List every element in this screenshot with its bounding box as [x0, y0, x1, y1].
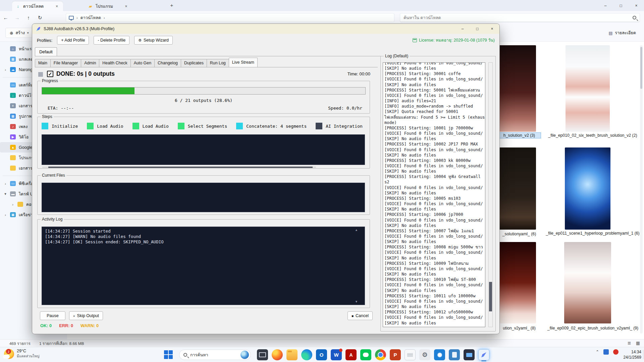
file-thumbnail[interactable] [566, 45, 610, 132]
file-item[interactable]: ution_v2yaml_ (8) [496, 325, 542, 331]
dialog-minimize-button[interactable]: – [455, 24, 470, 34]
notebook-tab[interactable]: Duplicates [181, 59, 207, 67]
breadcrumb[interactable]: › ดาวน์โหลด › [66, 13, 394, 22]
taskbar-notepad-icon[interactable] [405, 349, 416, 360]
file-item[interactable]: _solutionyaml_ (6) [496, 231, 542, 237]
taskbar-settings-icon[interactable]: ⚙ [419, 349, 430, 360]
scrollbar-thumb[interactable] [48, 167, 313, 168]
tray-chevron-up-icon[interactable]: ⌃ [596, 350, 599, 354]
taskbar-firefox-icon[interactable] [272, 349, 283, 360]
file-thumbnail[interactable] [565, 147, 610, 230]
activity-log-console[interactable]: [14:34:27] Session started[14:34:27] [WA… [42, 227, 365, 305]
file-item[interactable]: _file_ep011_scene1_hyperloop_problemyaml… [544, 231, 641, 236]
refresh-icon[interactable]: ↻ [34, 15, 46, 21]
tray-app-icon[interactable] [603, 349, 609, 355]
thumbnail-view-icon[interactable]: ▦ [636, 341, 640, 346]
forward-icon[interactable]: → [11, 15, 23, 20]
notebook-tab[interactable]: Auto Gen [130, 59, 155, 67]
taskbar-sj88-autobatch-icon[interactable] [478, 349, 489, 360]
scroll-down-icon[interactable]: ▼ [355, 300, 358, 303]
delete-profile-button[interactable]: - Delete Profile [94, 36, 129, 45]
taskbar-clock[interactable]: 14:34 24/1/2569 [624, 349, 641, 360]
log-output[interactable]: [VOICE] Found 0 files in vdo_long_sound/… [383, 62, 485, 327]
time-readout: Time: 00:00 [347, 71, 370, 76]
scrollbar-thumb[interactable] [640, 47, 642, 89]
taskbar-device-icon[interactable] [257, 349, 268, 360]
stop-indicator-icon[interactable] [38, 72, 43, 77]
scroll-up-icon[interactable]: ▲ [355, 228, 358, 232]
dialog-title-bar[interactable]: SJ88 AutoBatch v26.5.3 (Multi-Profile) –… [32, 24, 499, 34]
cancel-button[interactable]: ■ Cancel [347, 311, 373, 320]
taskbar-chrome-icon[interactable] [375, 349, 386, 360]
skip-output-button[interactable]: » Skip Output [69, 311, 103, 320]
taskbar-outlook-icon[interactable]: O [316, 349, 327, 360]
start-button[interactable] [164, 350, 173, 359]
notebook-tab[interactable]: Live Stream [229, 58, 258, 67]
notebook-tab[interactable]: Run Log [207, 59, 229, 67]
taskbar-word-icon[interactable]: W [331, 349, 342, 360]
taskbar-monitor-icon[interactable] [464, 349, 475, 360]
taskbar-file-explorer-icon[interactable] [286, 349, 298, 360]
explorer-search-input[interactable]: ค้นหาใน ดาวน์โหลด [400, 13, 640, 22]
notebook-tab[interactable]: Changelog [154, 59, 181, 67]
chevron-icon[interactable]: › [11, 202, 15, 206]
explorer-tab-programs[interactable]: ▰ โปรแกรม × [85, 1, 132, 11]
notebook-tab[interactable]: File Manager [50, 59, 81, 67]
chevron-icon[interactable]: › [3, 68, 7, 72]
breadcrumb-downloads[interactable]: ดาวน์โหลด [80, 14, 101, 21]
close-tab-icon[interactable]: × [54, 3, 60, 9]
log-line: [INFO] audio_mode=random -> shuffled [384, 104, 484, 109]
list-view-icon[interactable]: ≣ [628, 341, 631, 346]
log-line: [SKIP] No audio files [384, 255, 484, 261]
taskbar-search-input[interactable]: การค้นหา [179, 350, 251, 360]
file-thumbnail[interactable] [564, 242, 611, 323]
details-button[interactable]: ▤ รายละเอียด [605, 28, 639, 38]
pause-button[interactable]: Pause [40, 311, 65, 320]
done-checkbox[interactable]: ✓ [47, 71, 53, 77]
explorer-maximize-button[interactable]: □ [613, 0, 629, 11]
profile-tab-default[interactable]: Default [35, 47, 57, 56]
taskbar-photos-icon[interactable] [434, 349, 445, 360]
file-item[interactable]: _file_ep009_02_epic_brush_solution_v2yam… [543, 325, 642, 331]
step-status-swatch [236, 123, 243, 129]
file-item-selected[interactable]: h_solution_v2 (3) [498, 133, 541, 138]
taskbar-acrobat-icon[interactable]: A [345, 349, 357, 360]
sidebar-item-icon: ♪ [10, 124, 16, 129]
steps-horizontal-scrollbar[interactable] [42, 167, 316, 168]
sidebar-item-icon: ▭ [10, 82, 16, 87]
taskbar-powerpoint-icon[interactable]: P [390, 349, 401, 360]
explorer-close-button[interactable]: × [629, 0, 644, 11]
chevron-icon[interactable]: ▾ [3, 192, 7, 196]
notebook-tab[interactable]: Admin [81, 59, 99, 67]
log-line: [PROCESS] Starting: 50001 ไฟเหลี่ยมแต่งส… [384, 87, 484, 93]
notebook-tab[interactable]: Health Check [99, 59, 130, 67]
taskbar-edge-icon[interactable] [301, 349, 312, 360]
close-tab-icon[interactable]: × [123, 3, 129, 9]
show-desktop-button[interactable] [643, 350, 643, 359]
chevron-icon[interactable]: › [3, 213, 7, 217]
step-chip: Initialize [42, 123, 78, 129]
explorer-tab-downloads[interactable]: ↓ ดาวน์โหลด × [12, 1, 63, 11]
license-status: License: หมดอายุ: 2029-01-08 (1079 วัน) [413, 37, 495, 44]
explorer-scrollbar[interactable] [640, 45, 643, 334]
log-lines: [VOICE] Found 0 files in vdo_long_sound/… [384, 62, 484, 326]
explorer-minimize-button[interactable]: – [598, 0, 613, 11]
setup-wizard-label: Setup Wizard [144, 38, 169, 43]
file-item[interactable]: _file_ep010_02_six_teeth_brush_solution_… [544, 133, 641, 138]
taskbar-line-icon[interactable] [360, 349, 371, 360]
new-button[interactable]: ⊕ สร้าง ▾ [5, 28, 33, 38]
notebook-tab[interactable]: Main [35, 59, 51, 67]
dialog-close-button[interactable]: × [485, 24, 499, 34]
setup-wizard-button[interactable]: ⚙ Setup Wizard [134, 36, 173, 45]
log-scrollbar[interactable] [488, 62, 493, 327]
new-tab-button[interactable]: + [168, 2, 176, 10]
taskbar-calculator-icon[interactable] [449, 349, 460, 360]
add-profile-button[interactable]: + Add Profile [57, 36, 89, 45]
up-icon[interactable]: ↑ [23, 15, 34, 20]
scrollbar-thumb[interactable] [489, 282, 492, 311]
dialog-maximize-button[interactable]: □ [470, 24, 485, 34]
weather-widget[interactable]: 2 29°C มีแดดส่วนใหญ่ [4, 349, 40, 359]
chevron-icon[interactable]: › [3, 182, 7, 186]
back-icon[interactable]: ← [0, 15, 11, 20]
tray-app-icon[interactable] [613, 349, 619, 355]
